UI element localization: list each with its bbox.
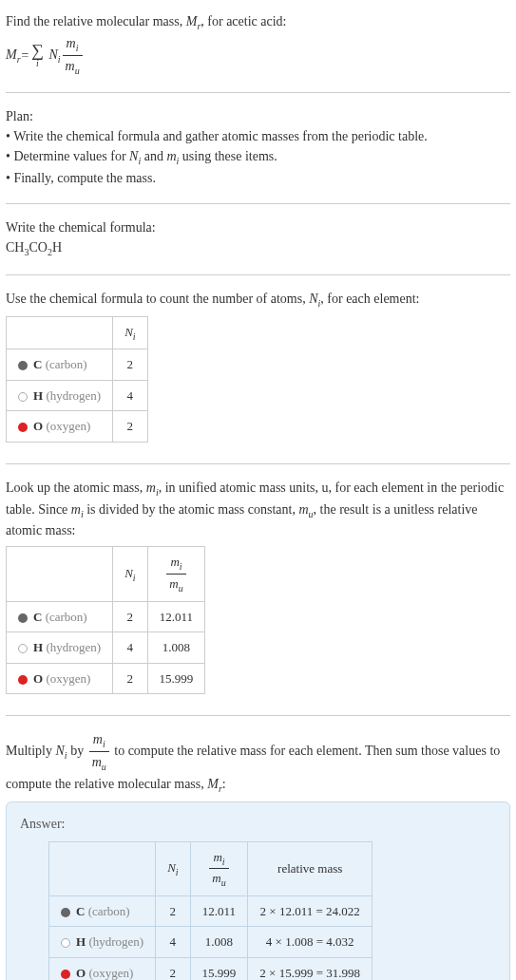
oxygen-dot-icon xyxy=(18,423,28,432)
multiply-lead: Multiply Ni by mimu to compute the relat… xyxy=(6,729,510,795)
plan-bullet-3: • Finally, compute the mass. xyxy=(6,168,510,188)
intro-section: Find the relative molecular mass, Mr, fo… xyxy=(6,8,510,86)
table-row: Ni mi mu xyxy=(7,547,205,601)
table-row: O (oxygen) 2 xyxy=(7,411,148,443)
hydrogen-dot-icon xyxy=(18,392,28,402)
table-row: C (carbon) 2 12.011 xyxy=(7,601,205,632)
table-row: H (hydrogen) 4 1.008 4 × 1.008 = 4.032 xyxy=(49,927,373,958)
count-table: Ni C (carbon) 2 H (hydrogen) 4 O (oxygen… xyxy=(6,316,148,443)
hydrogen-dot-icon xyxy=(18,644,28,653)
sigma-icon: ∑ i xyxy=(31,42,44,68)
carbon-dot-icon xyxy=(18,613,28,623)
divider xyxy=(6,463,510,464)
intro-text-b: , for acetic acid: xyxy=(201,14,286,28)
divider xyxy=(6,274,510,275)
intro-formula: Mr = ∑ i Ni mi mu xyxy=(6,33,510,78)
answer-box: Answer: Ni mi mu relative mass C (carbon… xyxy=(6,801,510,980)
plan-bullet-2: • Determine values for Ni and mi using t… xyxy=(6,146,510,168)
count-lead: Use the chemical formula to count the nu… xyxy=(6,289,510,311)
plan-title: Plan: xyxy=(6,106,510,126)
lookup-lead: Look up the atomic mass, mi, in unified … xyxy=(6,478,510,541)
lookup-table: Ni mi mu C (carbon) 2 12.011 H (hydrogen… xyxy=(6,546,205,694)
count-section: Use the chemical formula to count the nu… xyxy=(6,285,510,458)
table-row: O (oxygen) 2 15.999 xyxy=(7,663,205,694)
table-row: H (hydrogen) 4 1.008 xyxy=(7,632,205,664)
table-row: Ni mi mu relative mass xyxy=(49,841,373,895)
carbon-dot-icon xyxy=(18,361,28,370)
relative-mass-header: relative mass xyxy=(248,841,373,895)
plan-bullet-1: • Write the chemical formula and gather … xyxy=(6,126,510,146)
answer-table: Ni mi mu relative mass C (carbon) 2 12.0… xyxy=(48,841,373,980)
table-row: O (oxygen) 2 15.999 2 × 15.999 = 31.998 xyxy=(49,957,373,980)
table-row: H (hydrogen) 4 xyxy=(7,380,148,411)
divider xyxy=(6,715,510,716)
oxygen-dot-icon xyxy=(18,675,28,685)
lookup-section: Look up the atomic mass, mi, in unified … xyxy=(6,474,510,709)
chem-formula: CH3CO2H xyxy=(6,237,510,259)
divider xyxy=(6,92,510,93)
oxygen-dot-icon xyxy=(61,970,70,979)
divider xyxy=(6,203,510,204)
table-row: C (carbon) 2 xyxy=(7,349,148,381)
hydrogen-dot-icon xyxy=(61,938,70,948)
multiply-section: Multiply Ni by mimu to compute the relat… xyxy=(6,726,510,980)
answer-title: Answer: xyxy=(20,814,496,834)
table-row: C (carbon) 2 12.011 2 × 12.011 = 24.022 xyxy=(49,895,373,927)
chemical-formula-section: Write the chemical formula: CH3CO2H xyxy=(6,214,510,269)
plan-section: Plan: • Write the chemical formula and g… xyxy=(6,103,510,198)
table-row: Ni xyxy=(7,316,148,349)
chem-title: Write the chemical formula: xyxy=(6,217,510,237)
intro-line: Find the relative molecular mass, Mr, fo… xyxy=(6,11,510,33)
carbon-dot-icon xyxy=(61,908,70,917)
intro-text-a: Find the relative molecular mass, xyxy=(6,14,186,28)
